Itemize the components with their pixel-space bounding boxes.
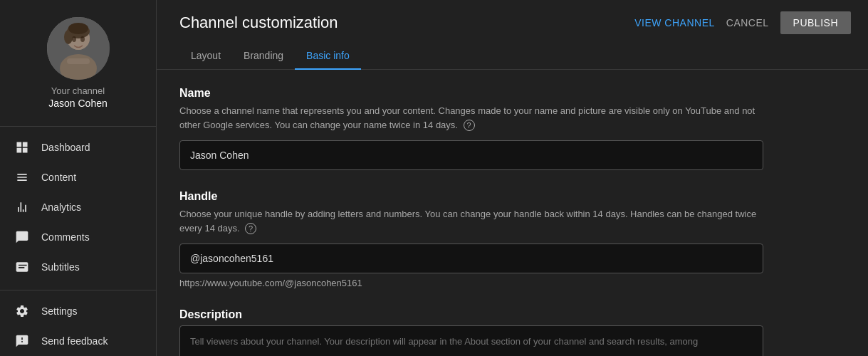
handle-section-title: Handle: [179, 190, 845, 203]
sidebar-item-subtitles[interactable]: Subtitles: [0, 252, 156, 282]
sidebar-item-analytics[interactable]: Analytics: [0, 192, 156, 222]
description-section: Description: [179, 308, 845, 356]
sidebar-item-send-feedback[interactable]: Send feedback: [0, 326, 156, 356]
name-input[interactable]: [179, 140, 763, 170]
svg-point-7: [72, 36, 76, 42]
channel-label: Your channel: [51, 85, 105, 96]
svg-point-6: [68, 23, 88, 34]
subtitles-icon: [14, 259, 30, 275]
handle-help-icon[interactable]: ?: [245, 223, 256, 234]
main-content: Channel customization VIEW CHANNEL CANCE…: [157, 0, 868, 356]
sidebar-item-settings[interactable]: Settings: [0, 296, 156, 326]
page-title: Channel customization: [179, 14, 338, 32]
sidebar-item-dashboard[interactable]: Dashboard: [0, 132, 156, 162]
page-header: Channel customization VIEW CHANNEL CANCE…: [157, 0, 868, 34]
name-section-title: Name: [179, 87, 845, 100]
handle-input[interactable]: [179, 244, 763, 273]
tab-bar: Layout Branding Basic info: [157, 43, 868, 70]
handle-section: Handle Choose your unique handle by addi…: [179, 190, 845, 288]
name-section-desc: Choose a channel name that represents yo…: [179, 104, 763, 132]
description-textarea[interactable]: [179, 325, 763, 356]
send-feedback-label: Send feedback: [41, 335, 108, 347]
name-section: Name Choose a channel name that represen…: [179, 87, 845, 170]
content-icon: [14, 169, 30, 185]
content-area: Name Choose a channel name that represen…: [157, 70, 868, 356]
analytics-icon: [14, 199, 30, 215]
content-label: Content: [41, 172, 76, 183]
svg-rect-9: [67, 58, 90, 64]
comments-icon: [14, 229, 30, 245]
name-help-icon[interactable]: ?: [464, 120, 475, 131]
settings-icon: [14, 303, 30, 319]
header-actions: VIEW CHANNEL CANCEL PUBLISH: [634, 11, 851, 34]
settings-label: Settings: [41, 305, 78, 317]
subtitles-label: Subtitles: [41, 261, 80, 273]
channel-name: Jason Cohen: [48, 98, 108, 109]
view-channel-button[interactable]: VIEW CHANNEL: [634, 17, 715, 28]
comments-label: Comments: [41, 231, 90, 243]
sidebar-nav: Dashboard Content Analytics: [0, 132, 156, 356]
dashboard-label: Dashboard: [41, 142, 90, 153]
sidebar-item-comments[interactable]: Comments: [0, 222, 156, 252]
sidebar: Your channel Jason Cohen Dashboard Conte…: [0, 0, 157, 356]
tab-basic-info[interactable]: Basic info: [295, 43, 361, 70]
handle-section-desc: Choose your unique handle by adding lett…: [179, 207, 763, 235]
handle-url: https://www.youtube.com/@jasoncohen5161: [179, 278, 845, 288]
sidebar-divider: [0, 126, 156, 127]
tab-branding[interactable]: Branding: [232, 43, 295, 70]
tab-layout[interactable]: Layout: [179, 43, 232, 70]
dashboard-icon: [14, 140, 30, 155]
description-section-title: Description: [179, 308, 845, 321]
feedback-icon: [14, 333, 30, 349]
publish-button[interactable]: PUBLISH: [780, 11, 851, 34]
analytics-label: Analytics: [41, 201, 81, 213]
cancel-button[interactable]: CANCEL: [726, 17, 769, 28]
sidebar-bottom: Settings Send feedback: [0, 284, 156, 356]
avatar: [47, 17, 110, 80]
sidebar-item-content[interactable]: Content: [0, 162, 156, 192]
channel-profile: Your channel Jason Cohen: [47, 17, 110, 109]
sidebar-bottom-divider: [0, 290, 156, 290]
svg-point-8: [80, 36, 85, 42]
